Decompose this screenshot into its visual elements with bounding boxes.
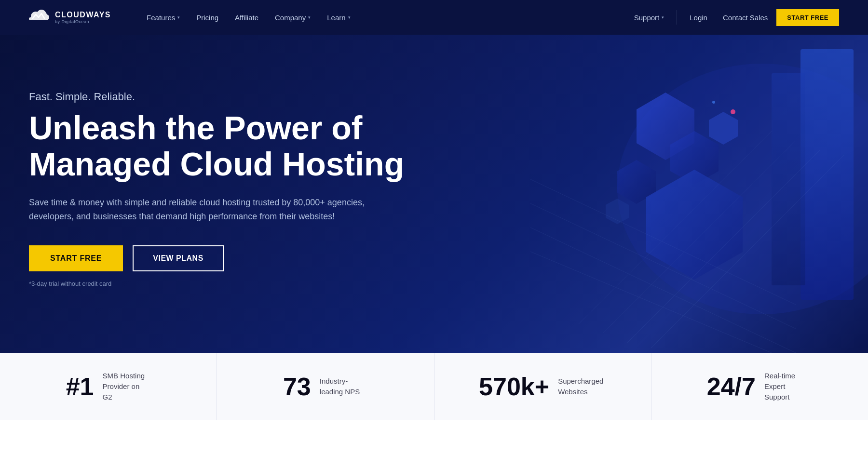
company-dropdown-icon: ▾: [308, 15, 311, 20]
nav-item-login[interactable]: Login: [683, 10, 714, 26]
nav-right: Support ▾ Login Contact Sales START FREE: [627, 9, 839, 26]
stat-item-0: #1 SMB Hosting Provider on G2: [0, 353, 217, 420]
svg-rect-1: [800, 49, 854, 300]
svg-rect-2: [772, 73, 805, 285]
nav-start-free-button[interactable]: START FREE: [776, 9, 839, 26]
stat-number-3: 24/7: [707, 374, 756, 399]
nav-item-affiliate[interactable]: Affiliate: [228, 10, 265, 26]
stat-item-3: 24/7 Real-time Expert Support: [651, 353, 868, 420]
nav-affiliate-label: Affiliate: [235, 13, 258, 22]
logo-text: CLOUDWAYS by DigitalOcean: [55, 11, 111, 24]
stat-desc-1: Industry-leading NPS: [320, 376, 368, 397]
navbar: CLOUDWAYS by DigitalOcean Features ▾ Pri…: [0, 0, 868, 35]
learn-dropdown-icon: ▾: [348, 15, 351, 20]
nav-features-label: Features: [147, 13, 175, 22]
hero-content: Fast. Simple. Reliable. Unleash the Powe…: [29, 91, 463, 287]
nav-pricing-label: Pricing: [196, 13, 218, 22]
stat-item-1: 73 Industry-leading NPS: [217, 353, 434, 420]
nav-item-support[interactable]: Support ▾: [627, 10, 671, 26]
hero-trial-note: *3-day trial without credit card: [29, 280, 463, 287]
nav-company-label: Company: [275, 13, 306, 22]
hero-description: Save time & money with simple and reliab…: [29, 196, 376, 224]
features-dropdown-icon: ▾: [177, 15, 180, 20]
nav-links: Features ▾ Pricing Affiliate Company ▾ L…: [140, 10, 627, 26]
nav-item-company[interactable]: Company ▾: [268, 10, 317, 26]
nav-item-learn[interactable]: Learn ▾: [320, 10, 357, 26]
stat-number-2: 570k+: [479, 374, 549, 399]
svg-point-17: [731, 109, 735, 114]
support-dropdown-icon: ▾: [662, 15, 664, 20]
nav-login-label: Login: [690, 13, 707, 22]
hero-start-free-button[interactable]: START FREE: [29, 245, 123, 271]
hero-view-plans-button[interactable]: VIEW PLANS: [133, 245, 224, 271]
stat-desc-0: SMB Hosting Provider on G2: [103, 371, 151, 402]
stat-desc-2: Supercharged Websites: [558, 376, 606, 397]
nav-item-contact-sales[interactable]: Contact Sales: [716, 10, 774, 26]
nav-item-features[interactable]: Features ▾: [140, 10, 187, 26]
svg-point-18: [712, 101, 715, 104]
stat-item-2: 570k+ Supercharged Websites: [434, 353, 651, 420]
hero-illustration: [434, 35, 868, 353]
brand-name: CLOUDWAYS: [55, 11, 111, 19]
stats-bar: #1 SMB Hosting Provider on G2 73 Industr…: [0, 353, 868, 420]
hero-title: Unleash the Power of Managed Cloud Hosti…: [29, 110, 463, 182]
stat-desc-3: Real-time Expert Support: [764, 371, 813, 402]
nav-support-label: Support: [634, 13, 660, 22]
hero-tagline: Fast. Simple. Reliable.: [29, 91, 463, 103]
nav-divider: [677, 10, 677, 25]
stat-number-1: 73: [283, 374, 311, 399]
hero-buttons: START FREE VIEW PLANS: [29, 245, 463, 271]
hero-section: Fast. Simple. Reliable. Unleash the Powe…: [0, 35, 868, 353]
nav-contact-sales-label: Contact Sales: [723, 13, 768, 22]
cloudways-logo-icon: [29, 10, 50, 25]
nav-learn-label: Learn: [327, 13, 345, 22]
brand-sub: by DigitalOcean: [55, 19, 111, 24]
stat-number-0: #1: [66, 374, 94, 399]
nav-item-pricing[interactable]: Pricing: [190, 10, 225, 26]
hero-graphic: [434, 35, 868, 353]
logo-link[interactable]: CLOUDWAYS by DigitalOcean: [29, 10, 111, 25]
